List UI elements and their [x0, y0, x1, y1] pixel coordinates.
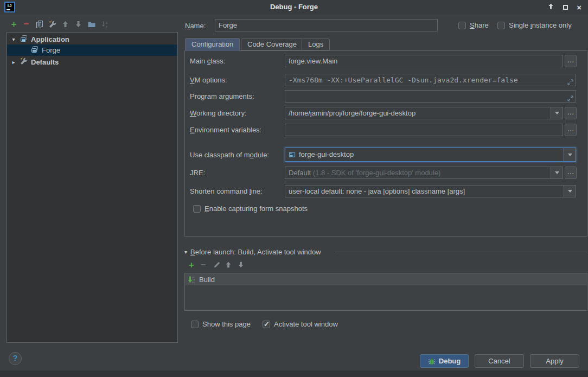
- working-directory-browse-button[interactable]: …: [565, 107, 577, 119]
- program-arguments-label: Program arguments:: [190, 92, 254, 100]
- module-icon: [289, 151, 296, 158]
- before-launch-title: Before launch: Build, Activate tool wind…: [190, 248, 321, 256]
- before-launch-header[interactable]: ▾ Before launch: Build, Activate tool wi…: [184, 248, 321, 256]
- share-label[interactable]: Share: [470, 21, 489, 29]
- build-icon: 01 10 01: [188, 276, 196, 284]
- show-this-page-label[interactable]: Show this page: [202, 320, 251, 328]
- edit-defaults-icon[interactable]: [48, 20, 57, 29]
- rollup-icon[interactable]: [547, 3, 554, 11]
- jre-combobox[interactable]: Default (1.8 - SDK of 'forge-gui-desktop…: [285, 167, 563, 179]
- configurations-tree: ▾ Application Forge ▸ Defaults: [7, 32, 178, 343]
- bug-icon: [428, 357, 436, 365]
- folder-icon[interactable]: [87, 20, 96, 29]
- remove-configuration-icon[interactable]: −: [22, 20, 31, 29]
- svg-text:01: 01: [192, 280, 195, 283]
- maximize-icon[interactable]: [563, 5, 568, 10]
- environment-variables-label: Environment variables:: [190, 126, 261, 134]
- sort-alphabetically-icon[interactable]: az: [100, 20, 110, 29]
- before-launch-task-list: 01 10 01 Build: [184, 273, 587, 311]
- defaults-icon: [20, 57, 28, 67]
- cancel-button[interactable]: Cancel: [475, 354, 524, 368]
- share-checkbox[interactable]: [458, 22, 466, 29]
- remove-task-icon[interactable]: −: [199, 261, 208, 270]
- tree-item-label: Defaults: [31, 58, 59, 66]
- add-configuration-icon[interactable]: +: [9, 20, 18, 29]
- activate-tool-window-label[interactable]: Activate tool window: [274, 320, 338, 328]
- task-row-build[interactable]: 01 10 01 Build: [185, 273, 587, 285]
- activate-tool-window-checkbox-group: Activate tool window: [263, 320, 338, 328]
- svg-text:z: z: [105, 25, 107, 29]
- expand-editor-icon[interactable]: [567, 93, 573, 103]
- expand-editor-icon[interactable]: [567, 77, 573, 86]
- tree-item-label: Forge: [42, 46, 60, 54]
- collapsed-triangle-icon[interactable]: ▸: [10, 59, 17, 65]
- before-launch-divider: [335, 252, 587, 252]
- use-classpath-label: Use classpath of module:: [190, 151, 269, 159]
- expanded-triangle-icon[interactable]: ▾: [10, 36, 17, 42]
- single-instance-checkbox[interactable]: [497, 22, 505, 29]
- window-bottom-edge: [0, 370, 588, 377]
- name-label: Name:: [185, 22, 206, 30]
- dropdown-arrow-icon[interactable]: [564, 186, 576, 197]
- run-debug-configurations-dialog: IJ Debug - Forge × + − az ▾: [0, 0, 588, 377]
- shorten-command-line-combobox[interactable]: user-local default: none - java [options…: [285, 185, 576, 197]
- apply-button[interactable]: Apply: [530, 354, 579, 368]
- name-input[interactable]: Forge: [215, 19, 438, 31]
- jre-browse-button[interactable]: …: [565, 167, 577, 179]
- enable-snapshots-checkbox[interactable]: [193, 205, 201, 213]
- close-icon[interactable]: ×: [577, 3, 581, 11]
- main-class-label: Main class:: [190, 57, 225, 65]
- svg-text:a: a: [105, 21, 107, 24]
- move-up-icon[interactable]: [61, 20, 70, 29]
- debug-button[interactable]: Debug: [420, 354, 469, 368]
- share-checkbox-group: Share: [458, 21, 489, 29]
- add-task-icon[interactable]: +: [187, 261, 196, 270]
- dropdown-arrow-icon[interactable]: [564, 148, 576, 161]
- window-title: Debug - Forge: [0, 3, 588, 11]
- activate-tool-window-checkbox[interactable]: [263, 321, 270, 328]
- single-instance-checkbox-group: Single instance only: [497, 21, 572, 29]
- program-arguments-input[interactable]: [285, 90, 576, 103]
- move-task-down-icon[interactable]: [237, 261, 245, 270]
- edit-task-icon[interactable]: [213, 261, 221, 270]
- main-class-input[interactable]: forge.view.Main: [285, 55, 563, 67]
- vm-options-label: VM options:: [190, 76, 227, 84]
- tab-configuration[interactable]: Configuration: [185, 38, 240, 51]
- application-type-icon: [20, 34, 28, 44]
- tree-item-defaults[interactable]: ▸ Defaults: [7, 56, 177, 68]
- dropdown-arrow-icon[interactable]: [551, 107, 563, 119]
- tab-logs[interactable]: Logs: [302, 39, 330, 50]
- tree-item-label: Application: [31, 35, 69, 43]
- collapse-triangle-icon[interactable]: ▾: [184, 249, 187, 255]
- use-classpath-combobox[interactable]: forge-gui-desktop: [285, 148, 576, 162]
- move-down-icon[interactable]: [74, 20, 83, 29]
- environment-variables-input[interactable]: [285, 124, 563, 136]
- tree-item-forge[interactable]: Forge: [7, 44, 177, 56]
- help-button[interactable]: ?: [9, 352, 22, 365]
- copy-configuration-icon[interactable]: [35, 20, 44, 29]
- tab-code-coverage[interactable]: Code Coverage: [241, 39, 303, 50]
- working-directory-combobox[interactable]: /home/jamin/proj/forge/forge-gui-desktop: [285, 107, 563, 119]
- environment-variables-browse-button[interactable]: …: [565, 124, 577, 136]
- jre-label: JRE:: [190, 169, 205, 177]
- titlebar: IJ Debug - Forge ×: [0, 0, 588, 14]
- vm-options-input[interactable]: -Xms768m -XX:+UseParallelGC -Dsun.java2d…: [285, 74, 576, 86]
- shorten-command-line-label: Shorten command line:: [190, 187, 263, 195]
- dropdown-arrow-icon[interactable]: [551, 167, 563, 178]
- show-this-page-checkbox[interactable]: [191, 321, 199, 328]
- task-label: Build: [199, 276, 215, 284]
- enable-snapshots-checkbox-group: Enable capturing form snapshots: [193, 205, 308, 213]
- single-instance-label[interactable]: Single instance only: [509, 21, 572, 29]
- main-class-browse-button[interactable]: …: [565, 55, 577, 67]
- show-this-page-checkbox-group: Show this page: [191, 320, 251, 328]
- enable-snapshots-label[interactable]: Enable capturing form snapshots: [204, 205, 308, 213]
- tree-item-application[interactable]: ▾ Application: [7, 34, 177, 45]
- application-type-icon: [30, 45, 39, 55]
- move-task-up-icon[interactable]: [224, 261, 233, 270]
- working-directory-label: Working directory:: [190, 109, 247, 117]
